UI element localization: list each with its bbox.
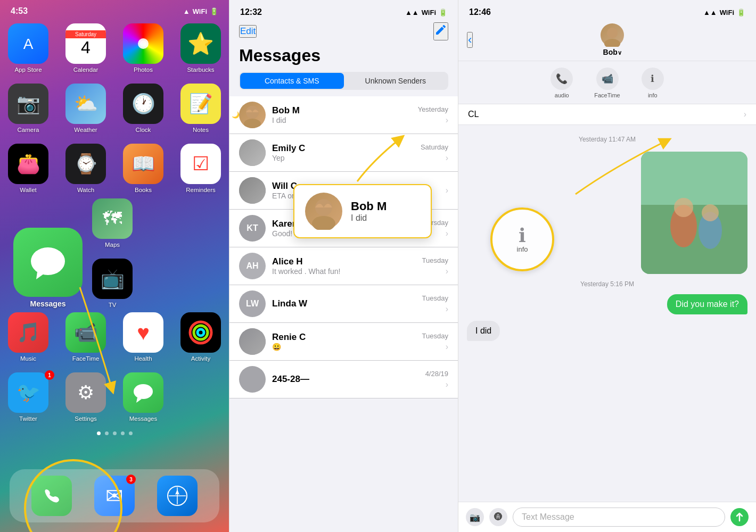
- action-info[interactable]: ℹ info: [642, 68, 664, 98]
- message-input[interactable]: Text Message: [513, 508, 725, 527]
- dot-1: [97, 431, 101, 435]
- app-twitter[interactable]: 🐦 1 Twitter: [4, 372, 52, 422]
- timestamp1: Yesterday 11:47 AM: [467, 136, 747, 143]
- camera-input-button[interactable]: 📷: [466, 508, 484, 526]
- conversation-alice[interactable]: AH Alice H It worked . What fun! Tuesday…: [229, 247, 458, 285]
- convo-messages: ℹ info Yesterday 11:47 AM: [458, 125, 756, 502]
- conversation-bob[interactable]: 🌙 Bob M I did Yesterday ›: [229, 96, 458, 134]
- segment-contacts[interactable]: Contacts & SMS: [240, 73, 344, 89]
- app-clock[interactable]: 🕐 Clock: [119, 84, 167, 133]
- dock-phone[interactable]: [31, 476, 72, 516]
- messages-time: 12:32: [240, 7, 262, 17]
- app-camera[interactable]: 📷 Camera: [4, 84, 52, 133]
- maps-label: Maps: [105, 242, 120, 248]
- emily-right: Saturday ›: [421, 143, 448, 163]
- info-action-label: info: [648, 92, 658, 98]
- timestamp2: Yesterday 5:16 PM: [467, 280, 747, 288]
- will-chevron: ›: [446, 186, 448, 195]
- app-activity[interactable]: Activity: [177, 312, 225, 362]
- cl-chevron: ›: [744, 110, 746, 119]
- signal-icon: ▲: [183, 7, 190, 15]
- app-music[interactable]: 🎵 Music: [4, 312, 52, 362]
- back-button[interactable]: ‹: [467, 32, 473, 48]
- weather-icon: ⛅: [65, 84, 106, 124]
- app-messages2[interactable]: Messages: [119, 372, 167, 422]
- alice-chevron: ›: [446, 267, 448, 276]
- app-messages-large[interactable]: Messages: [13, 228, 83, 308]
- app-calendar[interactable]: Saturday 4 Calendar: [62, 23, 110, 73]
- health-icon: ♥: [123, 312, 163, 353]
- audio-icon: 📞: [550, 68, 573, 90]
- segment-unknown[interactable]: Unknown Senders: [344, 73, 448, 89]
- bob-preview: I did: [272, 116, 412, 124]
- renie-avatar: [239, 328, 266, 355]
- conversation-245[interactable]: 245-28— 4/28/19 ›: [229, 361, 458, 398]
- messages-status-right: ▲▲ WiFi 🔋: [405, 9, 447, 16]
- weather-label: Weather: [74, 127, 97, 133]
- app-photos[interactable]: Photos: [119, 23, 167, 73]
- appstore-icon: A: [8, 23, 48, 64]
- dot-4: [121, 431, 125, 435]
- action-audio[interactable]: 📞 audio: [550, 68, 573, 98]
- notes-icon: 📝: [180, 84, 221, 124]
- bob-right: Yesterday ›: [418, 105, 448, 125]
- edit-button[interactable]: Edit: [239, 25, 257, 38]
- conversation-renie[interactable]: Renie C 😀 Tuesday ›: [229, 323, 458, 361]
- clock-icon: 🕐: [123, 84, 163, 124]
- starbucks-label: Starbucks: [187, 66, 214, 73]
- alice-avatar: AH: [239, 253, 266, 279]
- calendar-label: Calendar: [73, 66, 98, 73]
- camera-icon: 📷: [8, 84, 48, 124]
- empty-cell: [177, 372, 217, 422]
- svg-point-2: [140, 40, 146, 47]
- twitter-badge: 1: [45, 370, 54, 380]
- karen-avatar: KT: [239, 215, 266, 242]
- will-avatar: [239, 177, 266, 204]
- segment-control: Contacts & SMS Unknown Senders: [239, 72, 448, 90]
- renie-date: Tuesday: [422, 332, 448, 340]
- home-time: 4:53: [11, 6, 28, 16]
- app-appstore[interactable]: A App Store: [4, 23, 52, 73]
- music-icon: 🎵: [8, 312, 48, 353]
- convo-status-bar: 12:46 ▲▲ WiFi 🔋: [458, 0, 756, 20]
- app-watch[interactable]: ⌚ Watch: [62, 144, 110, 193]
- dot-5: [129, 431, 133, 435]
- dock: ✉ 3: [10, 469, 219, 522]
- conversation-emily[interactable]: Emily C Yep Saturday ›: [229, 134, 458, 172]
- bob-popup: Bob M I did: [293, 184, 432, 238]
- linda-content: Linda W: [272, 298, 416, 309]
- app-weather[interactable]: ⛅ Weather: [62, 84, 110, 133]
- send-button[interactable]: [730, 508, 749, 526]
- app-starbucks[interactable]: ⭐ Starbucks: [177, 23, 225, 73]
- appstore-input-button[interactable]: 🅐: [489, 508, 507, 526]
- app-tv[interactable]: 📺 TV: [92, 259, 133, 308]
- cl-row[interactable]: CL ›: [458, 104, 756, 125]
- action-facetime[interactable]: 📹 FaceTime: [594, 68, 620, 98]
- app-reminders[interactable]: ☑ Reminders: [177, 144, 225, 193]
- conversation-linda[interactable]: LW Linda W Tuesday ›: [229, 285, 458, 323]
- facetime-action-label: FaceTime: [594, 92, 620, 98]
- page-dots: [0, 431, 229, 435]
- app-maps[interactable]: 🗺 Maps: [92, 198, 133, 248]
- 245-content: 245-28—: [272, 374, 419, 385]
- app-settings[interactable]: ⚙ Settings: [62, 372, 110, 422]
- app-facetime[interactable]: 📹 FaceTime: [62, 312, 110, 362]
- messages-large-label: Messages: [30, 300, 66, 308]
- compose-button[interactable]: [433, 22, 448, 40]
- dock-mail[interactable]: ✉ 3: [94, 476, 135, 516]
- 245-date: 4/28/19: [425, 370, 448, 378]
- emily-avatar: [239, 139, 266, 166]
- emily-preview: Yep: [272, 154, 414, 162]
- convo-signal-icon: ▲▲: [703, 9, 717, 16]
- info-action-icon: ℹ: [642, 68, 664, 90]
- notes-label: Notes: [193, 127, 209, 133]
- apps-row5: 🎵 Music 📹 FaceTime ♥ Health: [0, 312, 229, 427]
- sent-photo: [641, 152, 747, 274]
- watch-label: Watch: [77, 187, 94, 193]
- twitter-icon: 🐦: [8, 372, 48, 413]
- app-wallet[interactable]: 👛 Wallet: [4, 144, 52, 193]
- app-books[interactable]: 📖 Books: [119, 144, 167, 193]
- dock-safari[interactable]: [157, 476, 198, 516]
- app-health[interactable]: ♥ Health: [119, 312, 167, 362]
- app-notes[interactable]: 📝 Notes: [177, 84, 225, 133]
